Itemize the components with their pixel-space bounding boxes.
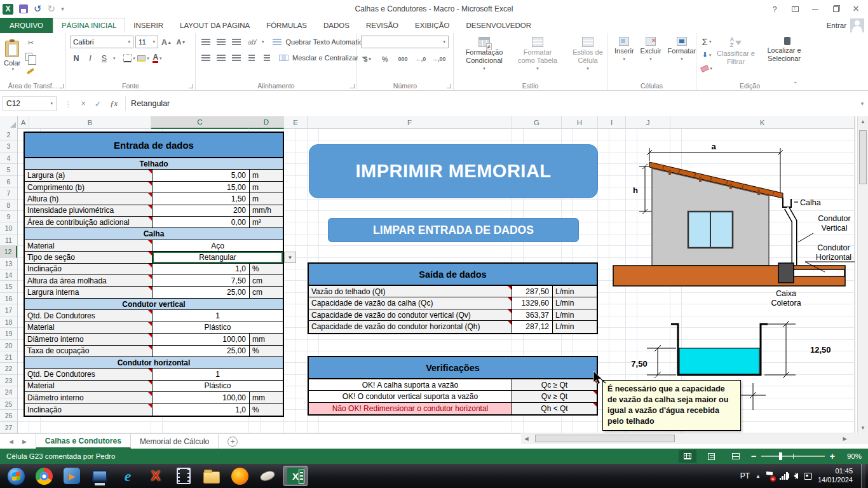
entrada-row-label[interactable]: Inclinação <box>25 264 153 274</box>
saida-title[interactable]: Saída de dados <box>309 264 597 286</box>
align-middle-button[interactable] <box>215 36 227 48</box>
verificacao-condition[interactable]: Qc ≥ Qt <box>512 379 597 390</box>
font-size-combo[interactable]: 11▾ <box>135 36 158 48</box>
ribbon-tab-desenvolvedor[interactable]: DESENVOLVEDOR <box>458 18 539 33</box>
ribbon-tab-página-inicial[interactable]: PÁGINA INICIAL <box>53 18 125 33</box>
font-color-button[interactable]: A▾ <box>151 52 164 64</box>
worksheet-grid[interactable]: Entrada de dados TelhadoLargura (a)5,00m… <box>18 129 855 433</box>
volume-icon[interactable] <box>794 473 798 479</box>
format-cells-button[interactable]: Formatar ▾ <box>665 36 700 64</box>
row-header-24[interactable]: 24 <box>0 386 17 398</box>
scroll-down-icon[interactable]: ▼ <box>858 423 868 433</box>
entrada-row-label[interactable]: Material <box>25 381 153 391</box>
shrink-font-button[interactable]: A▼ <box>175 36 187 48</box>
entrada-row-value[interactable]: 7,50 <box>153 275 250 286</box>
underline-button[interactable]: S <box>98 52 111 64</box>
sign-in[interactable]: Entrar <box>827 18 868 33</box>
taskbar-button-remote-desktop[interactable] <box>88 466 112 486</box>
confirm-entry-icon[interactable]: ✓ <box>95 99 101 109</box>
new-sheet-button[interactable]: + <box>227 437 238 447</box>
align-right-button[interactable] <box>230 51 243 64</box>
entrada-row-label[interactable]: Diâmetro interno <box>25 334 153 344</box>
taskbar-button-excel[interactable]: X <box>283 466 308 486</box>
clock[interactable]: 01:45 14/01/2024 <box>818 467 855 485</box>
taskbar-button-start[interactable] <box>4 466 28 486</box>
accounting-format-button[interactable]: $▾ <box>361 53 374 65</box>
entrada-row-value[interactable]: 200 <box>153 205 250 216</box>
entrada-row-value[interactable]: 100,00 <box>153 392 250 403</box>
entrada-title[interactable]: Entrada de dados <box>25 133 283 158</box>
entrada-row-value[interactable]: 1 <box>153 310 283 321</box>
ribbon-tab-exibição[interactable]: EXIBIÇÃO <box>407 18 458 33</box>
row-header-25[interactable]: 25 <box>0 398 17 410</box>
zoom-slider[interactable] <box>761 456 825 457</box>
column-header-H[interactable]: H <box>562 116 598 129</box>
copy-button[interactable]: ▾ <box>24 51 37 63</box>
scroll-right-icon[interactable]: ▶ <box>839 436 850 442</box>
verificacao-condition[interactable]: Qv ≥ Qt <box>512 391 597 402</box>
number-format-combo[interactable]: ▾ <box>361 36 449 48</box>
fill-button[interactable]: ⬇▾ <box>700 49 713 61</box>
percent-style-button[interactable]: % <box>379 53 391 65</box>
row-header-19[interactable]: 19 <box>0 328 17 339</box>
decrease-decimal-button[interactable]: →,00 <box>432 53 446 65</box>
verificacao-status[interactable]: OK! A calha suporta a vazão <box>309 379 512 390</box>
saida-row-label[interactable]: Capacidade de vazão do condutor vertical… <box>309 309 512 320</box>
entrada-row-label[interactable]: Altura da área molhada <box>25 275 153 286</box>
ribbon-display-options-button[interactable] <box>785 2 804 16</box>
find-select-button[interactable]: Localizar e Selecionar <box>759 36 810 64</box>
row-header-22[interactable]: 22 <box>0 363 17 374</box>
row-header-5[interactable]: 5 <box>0 164 17 175</box>
row-header-20[interactable]: 20 <box>0 340 17 351</box>
insert-cells-button[interactable]: Inserir ▾ <box>611 36 637 64</box>
font-name-combo[interactable]: Calibri▾ <box>70 36 133 48</box>
row-header-9[interactable]: 9 <box>0 211 17 222</box>
entrada-row-label[interactable]: Área de contribuição adicional <box>25 217 153 227</box>
entrada-row-label[interactable]: Diâmetro interno <box>25 392 153 403</box>
column-header-K[interactable]: K <box>670 116 855 129</box>
column-header-B[interactable]: B <box>29 116 151 129</box>
row-header-11[interactable]: 11 <box>0 234 17 246</box>
font-dialog-launcher[interactable] <box>189 84 193 88</box>
row-header-3[interactable]: 3 <box>0 140 17 152</box>
orientation-button[interactable]: ab̸ <box>245 36 258 48</box>
verificacao-condition[interactable]: Qh < Qt <box>512 403 597 414</box>
align-top-button[interactable] <box>200 36 212 48</box>
saida-row-label[interactable]: Capacidade de vazão da calha (Qc) <box>309 297 512 308</box>
bold-button[interactable]: N <box>70 52 83 64</box>
formula-bar-expand-icon[interactable]: ▾ <box>857 100 868 107</box>
verificacoes-title[interactable]: Verificações <box>309 357 597 379</box>
taskbar-button-media-player[interactable]: ▶ <box>60 466 84 486</box>
entrada-row-value[interactable]: Plástico <box>153 322 283 333</box>
row-header-7[interactable]: 7 <box>0 187 17 199</box>
cancel-entry-icon[interactable]: × <box>81 99 86 108</box>
saida-row-value[interactable]: 287,50 <box>512 286 553 297</box>
column-header-E[interactable]: E <box>284 116 308 129</box>
language-indicator[interactable]: PT <box>740 471 750 480</box>
ribbon-tab-arquivo[interactable]: ARQUIVO <box>0 18 53 33</box>
entrada-row-label[interactable]: Taxa de ocupação <box>25 346 153 356</box>
row-header-12[interactable]: 12 <box>0 246 17 257</box>
show-desktop-button[interactable] <box>861 464 865 488</box>
zoom-in-button[interactable]: + <box>830 451 835 461</box>
column-header-A[interactable]: A <box>18 116 29 129</box>
italic-button[interactable]: I <box>84 52 97 64</box>
row-header-16[interactable]: 16 <box>0 293 17 304</box>
decrease-indent-button[interactable] <box>245 51 258 64</box>
name-box[interactable]: C12▾ <box>3 96 57 111</box>
column-header-D[interactable]: D <box>249 116 284 129</box>
row-header-8[interactable]: 8 <box>0 200 17 211</box>
horizontal-scrollbar-thumb[interactable] <box>535 435 675 442</box>
limpar-entrada-button[interactable]: LIMPAR ENTRADA DE DADOS <box>328 218 579 242</box>
taskbar-button-firefox[interactable] <box>227 466 252 486</box>
help-button[interactable]: ? <box>765 2 784 16</box>
autosum-button[interactable]: Σ▾ <box>700 36 713 48</box>
delete-cells-button[interactable]: Excluir ▾ <box>637 36 665 64</box>
align-left-button[interactable] <box>200 51 212 64</box>
zoom-out-button[interactable]: − <box>751 451 756 461</box>
entrada-row-label[interactable]: Material <box>25 240 153 251</box>
redo-icon[interactable]: ↻ <box>48 4 56 13</box>
row-header-26[interactable]: 26 <box>0 410 17 421</box>
row-header-2[interactable]: 2 <box>0 129 17 140</box>
paste-button[interactable]: Colar ▾ <box>4 41 20 72</box>
